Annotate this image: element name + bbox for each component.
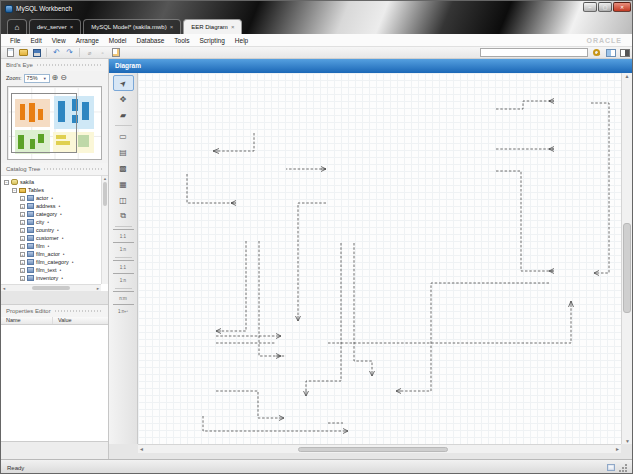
tree-folder-tables[interactable]: −Tables [1, 186, 108, 194]
menu-view[interactable]: View [47, 37, 71, 44]
app-icon [5, 5, 13, 13]
rel-n-m-identifying-tool[interactable]: n:m [113, 291, 134, 304]
scroll-thumb[interactable] [298, 447, 448, 452]
home-tab[interactable]: ⌂ [7, 19, 27, 34]
expander-icon[interactable]: + [20, 196, 25, 201]
zoom-select[interactable]: 75%▼ [24, 74, 50, 83]
tree-table-city[interactable]: +city● [1, 218, 108, 226]
toggle-grid-button: ▫ [97, 47, 108, 58]
maximize-button[interactable]: ▢ [598, 2, 612, 12]
tree-table-address[interactable]: +address● [1, 202, 108, 210]
save-model-button[interactable] [31, 47, 42, 58]
expander-icon[interactable]: + [20, 244, 25, 249]
expander-icon[interactable]: + [20, 212, 25, 217]
menu-database[interactable]: Database [132, 37, 170, 44]
eraser-tool[interactable]: ▰ [113, 107, 134, 123]
search-button[interactable] [591, 47, 602, 58]
expander-icon[interactable]: + [20, 204, 25, 209]
view-tool[interactable]: ◫ [113, 192, 134, 208]
title-bar[interactable]: MySQL Workbench –▢✕ [1, 1, 633, 16]
expander-icon[interactable]: + [20, 260, 25, 265]
layer-tool[interactable]: ▭ [113, 128, 134, 144]
menu-help[interactable]: Help [230, 37, 253, 44]
new-model-button[interactable] [5, 47, 16, 58]
tree-table-film-category[interactable]: +film_category● [1, 258, 108, 266]
tree-table-film[interactable]: +film● [1, 242, 108, 250]
open-model-button[interactable] [18, 47, 29, 58]
tree-schema-sakila[interactable]: −sakila [1, 178, 108, 186]
window-title: MySQL Workbench [16, 5, 72, 12]
table-icon [27, 235, 34, 241]
tree-horizontal-scrollbar[interactable]: ◄► [1, 284, 101, 291]
undo-button[interactable]: ↶ [51, 47, 62, 58]
rel-1-n-non-identifying-tool-icon: 1:n [120, 247, 126, 252]
minimap-viewport[interactable] [11, 93, 77, 153]
tree-table-inventory[interactable]: +inventory● [1, 274, 108, 282]
image-tool-icon: ▩ [119, 164, 127, 173]
note-tool[interactable]: ▤ [113, 144, 134, 160]
expander-icon[interactable]: − [12, 188, 17, 193]
column-name-header: Name [1, 317, 53, 324]
tree-table-country[interactable]: +country● [1, 226, 108, 234]
tree-table-actor[interactable]: +actor● [1, 194, 108, 202]
diagram-canvas[interactable] [138, 73, 621, 444]
menu-edit[interactable]: Edit [25, 37, 46, 44]
close-tab-icon[interactable]: × [231, 24, 235, 30]
placed-marker: ● [48, 244, 50, 248]
close-tab-icon[interactable]: × [170, 24, 174, 30]
expander-icon[interactable]: + [20, 236, 25, 241]
table-tool[interactable]: ▦ [113, 176, 134, 192]
tree-vertical-scrollbar[interactable]: ▲ [101, 176, 108, 284]
menu-file[interactable]: File [5, 37, 25, 44]
menu-scripting[interactable]: Scripting [195, 37, 230, 44]
tab-mysql-model-sakila-mwb[interactable]: MySQL Model* (sakila.mwb)× [83, 19, 181, 34]
minimize-button[interactable]: – [583, 2, 597, 12]
tree-table-customer[interactable]: +customer● [1, 234, 108, 242]
expander-icon[interactable]: − [4, 180, 9, 185]
toggle-right-panel-button[interactable] [619, 47, 630, 58]
search-input[interactable] [480, 48, 588, 57]
rel-1-n-identifying-tool[interactable]: 1:n [113, 273, 134, 286]
birds-eye-minimap[interactable] [7, 86, 102, 160]
scroll-left-icon[interactable]: ◄ [139, 446, 144, 452]
tree-table-film-actor[interactable]: +film_actor● [1, 250, 108, 258]
rel-1-1-identifying-tool[interactable]: 1:1 [113, 260, 134, 273]
close-tab-icon[interactable]: × [70, 24, 74, 30]
expander-icon[interactable]: + [20, 268, 25, 273]
scroll-down-icon[interactable]: ▼ [625, 438, 630, 444]
rel-1-1-non-identifying-tool[interactable]: 1:1 [113, 229, 134, 242]
menu-arrange[interactable]: Arrange [71, 37, 104, 44]
redo-button[interactable]: ↷ [64, 47, 75, 58]
tab-eer-diagram[interactable]: EER Diagram× [183, 19, 242, 34]
tab-dev-server[interactable]: dev_server× [29, 19, 81, 34]
menu-model[interactable]: Model [104, 37, 132, 44]
routine-group-tool[interactable]: ⧉ [113, 208, 134, 224]
select-tool[interactable]: ➤ [113, 75, 134, 91]
tree-table-film-text[interactable]: +film_text● [1, 266, 108, 274]
expander-icon[interactable]: + [20, 252, 25, 257]
pan-tool[interactable]: ✥ [113, 91, 134, 107]
grid-toggle-icon[interactable] [607, 464, 615, 471]
canvas-horizontal-scrollbar[interactable]: ◄► [138, 444, 621, 453]
toolbar-right [480, 47, 630, 58]
image-tool[interactable]: ▩ [113, 160, 134, 176]
rel-1-1-identifying-tool-icon: 1:1 [120, 265, 126, 270]
rel-1-n-non-identifying-tool[interactable]: 1:n [113, 242, 134, 255]
expander-icon[interactable]: + [20, 220, 25, 225]
expander-icon[interactable]: + [20, 228, 25, 233]
zoom-in-icon[interactable]: ⊕ [52, 74, 59, 82]
canvas-vertical-scrollbar[interactable]: ▲▼ [621, 73, 632, 444]
tree-table-category[interactable]: +category● [1, 210, 108, 218]
scroll-thumb[interactable] [623, 223, 631, 313]
resize-grip[interactable] [619, 463, 628, 472]
new-diagram-button[interactable] [110, 47, 121, 58]
toggle-left-panel-button[interactable] [605, 47, 616, 58]
placed-marker: ● [59, 204, 61, 208]
close-button[interactable]: ✕ [613, 2, 631, 12]
properties-columns: Name Value [1, 317, 108, 325]
menu-tools[interactable]: Tools [169, 37, 194, 44]
rel-1-n-self-tool[interactable]: 1:n↩ [113, 304, 134, 317]
expander-icon[interactable]: + [20, 276, 25, 281]
zoom-out-icon[interactable]: ⊖ [60, 74, 67, 82]
scroll-right-icon[interactable]: ► [615, 446, 620, 452]
